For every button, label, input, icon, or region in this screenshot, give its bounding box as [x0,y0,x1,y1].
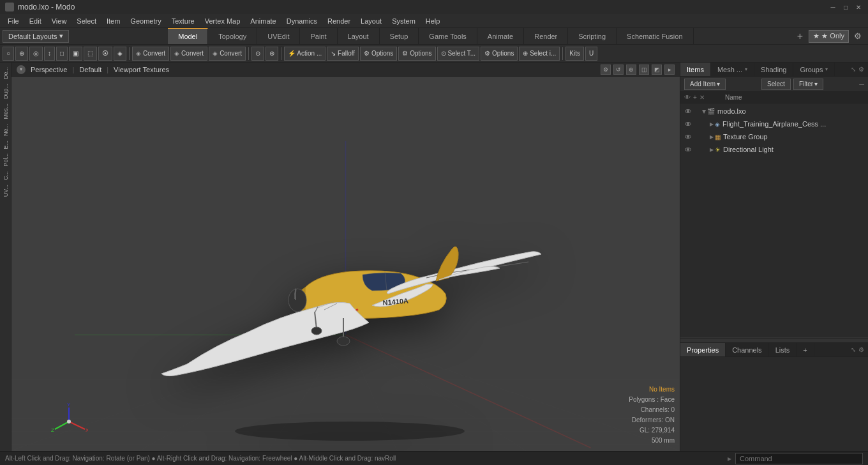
mode-tab-render[interactable]: Render [524,28,568,44]
viewport-perspective-label[interactable]: Perspective [31,66,67,73]
tool-button-8[interactable]: ⦿ [98,47,112,61]
kits-button[interactable]: Kits [565,47,584,61]
tab-groups[interactable]: Groups ▾ [793,63,835,76]
tool-button-2[interactable]: ⊕ [15,47,28,61]
menu-item-texture[interactable]: Texture [167,14,200,28]
mode-tab-game-tools[interactable]: Game Tools [419,28,477,44]
action-button[interactable]: ⚡ Action ... [284,47,326,61]
menu-item-help[interactable]: Help [421,14,445,28]
menu-item-geometry[interactable]: Geometry [125,14,166,28]
sidebar-item-0[interactable]: De... [1,65,10,81]
expand-arrow-texture[interactable]: ▶ [710,134,714,140]
items-collapse-icon[interactable]: ─ [859,80,864,88]
viewport-shading-label[interactable]: Default [79,66,101,73]
menu-item-view[interactable]: View [47,14,72,28]
gear-icon[interactable]: ⚙ [851,30,864,43]
menu-item-edit[interactable]: Edit [24,14,47,28]
tree-row-root[interactable]: ▶ 🎬 modo.lxo [680,105,868,118]
viewport-layout1-icon[interactable]: ◫ [639,65,649,75]
expand-arrow-light[interactable]: ▶ [710,147,714,153]
tool-button-5[interactable]: □ [56,47,68,61]
tool-button-extra-1[interactable]: ⊙ [251,47,264,61]
menu-item-vertex map[interactable]: Vertex Map [200,14,246,28]
prop-expand-icon[interactable]: ⤡ [851,346,856,353]
unreal-button[interactable]: U [585,47,597,61]
options-button-1[interactable]: ⚙ Options [360,47,397,61]
sidebar-item-6[interactable]: C... [1,169,10,182]
viewport-settings-icon[interactable]: ⚙ [601,65,611,75]
sidebar-item-1[interactable]: Dup... [1,82,10,101]
tool-button-4[interactable]: ↕ [44,47,55,61]
mode-tab-model[interactable]: Model [168,28,208,44]
mode-tab-scripting[interactable]: Scripting [568,28,617,44]
select-button[interactable]: Select [761,79,791,90]
menu-item-file[interactable]: File [3,14,24,28]
items-tree[interactable]: ▶ 🎬 modo.lxo ▶ ◈ Flight_Training_Airplan… [680,103,868,337]
items-tree-scrollbar[interactable] [680,337,868,342]
add-item-button[interactable]: Add Item ▾ [684,79,726,90]
command-input[interactable] [735,453,863,464]
add-tab-button[interactable]: + [793,30,806,43]
options-button-2[interactable]: ⚙ Options [398,47,435,61]
tab-shading[interactable]: Shading [754,63,793,76]
falloff-button[interactable]: ↘ Falloff [327,47,359,61]
mode-tab-topology[interactable]: Topology [208,28,257,44]
visibility-toggle-airplane[interactable] [683,119,693,129]
minimize-button[interactable]: ─ [828,3,837,11]
menu-item-dynamics[interactable]: Dynamics [281,14,322,28]
panel-settings-icon[interactable]: ⚙ [858,66,864,73]
viewport-reset-icon[interactable]: ↺ [613,65,624,75]
default-layouts-dropdown[interactable]: Default Layouts ▾ [3,30,69,43]
tab-add[interactable]: + [797,343,814,356]
visibility-toggle-root[interactable] [683,106,693,116]
viewport-play-icon[interactable]: ▸ [664,65,675,75]
tab-mesh[interactable]: Mesh ... ▾ [711,63,754,76]
viewport-layout2-icon[interactable]: ◩ [652,65,662,75]
mode-tab-layout[interactable]: Layout [338,28,380,44]
tool-button-6[interactable]: ▣ [69,47,82,61]
tool-button-extra-2[interactable]: ⊛ [266,47,278,61]
tool-button-3[interactable]: ◎ [29,47,43,61]
menu-item-render[interactable]: Render [322,14,355,28]
tab-properties[interactable]: Properties [680,343,726,356]
viewport-textures-label[interactable]: Viewport Textures [114,66,169,73]
tool-button-9[interactable]: ◈ [114,47,126,61]
convert-button-1[interactable]: ◈ Convert [132,47,169,61]
tree-row-texture-group[interactable]: ▶ ▦ Texture Group [680,130,868,143]
filter-button[interactable]: Filter ▾ [793,79,823,90]
menu-item-select[interactable]: Select [71,14,101,28]
convert-button-2[interactable]: ◈ Convert [170,47,207,61]
expand-arrow-airplane[interactable]: ▶ [710,121,714,127]
sidebar-item-5[interactable]: Pol... [1,151,10,169]
mode-tab-uvedit[interactable]: UVEdit [257,28,300,44]
tab-lists[interactable]: Lists [769,343,797,356]
options-button-3[interactable]: ⚙ Options [481,47,518,61]
prop-settings-icon[interactable]: ⚙ [858,346,864,353]
menu-item-animate[interactable]: Animate [245,14,281,28]
star-only-button[interactable]: ★ ★ Only [809,30,849,43]
sidebar-item-7[interactable]: UV... [1,183,10,199]
panel-expand-icon[interactable]: ⤡ [851,66,856,73]
select-t-button[interactable]: ⊙ Select T... [437,47,480,61]
tab-items[interactable]: Items [680,63,711,76]
visibility-toggle-light[interactable] [683,144,693,155]
menu-item-system[interactable]: System [387,14,421,28]
sidebar-item-3[interactable]: Ne... [1,122,10,138]
expand-arrow-root[interactable]: ▶ [701,109,707,113]
mode-tab-animate[interactable]: Animate [477,28,524,44]
maximize-button[interactable]: □ [841,3,850,11]
visibility-toggle-texture[interactable] [683,132,693,142]
mode-tab-setup[interactable]: Setup [380,28,419,44]
tool-button-7[interactable]: ⬚ [84,47,97,61]
sidebar-item-2[interactable]: Mes... [1,102,10,121]
sidebar-item-4[interactable]: E... [1,139,10,151]
tree-row-airplane[interactable]: ▶ ◈ Flight_Training_Airplane_Cess ... [680,118,868,130]
viewport-menu-button[interactable]: ▾ [17,65,26,74]
mode-tab-paint[interactable]: Paint [300,28,337,44]
tool-button-1[interactable]: ○ [3,47,14,61]
close-button[interactable]: ✕ [854,3,863,11]
tab-channels[interactable]: Channels [726,343,768,356]
convert-button-3[interactable]: ◈ Convert [209,47,246,61]
viewport-canvas[interactable]: N1410A ✦ X Y Z [11,77,680,451]
menu-item-layout[interactable]: Layout [355,14,387,28]
